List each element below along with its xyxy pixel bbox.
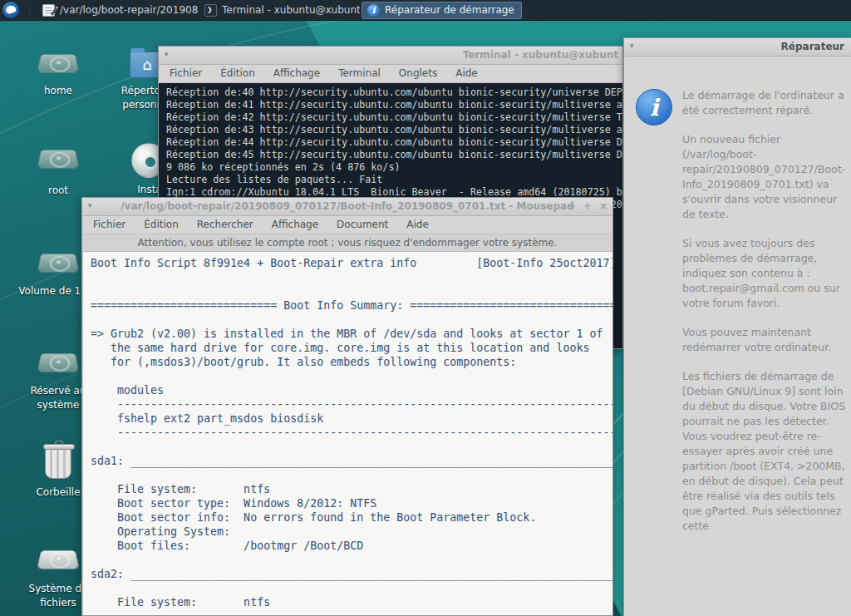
taskbar-button-mousepad[interactable]: /var/log/boot-repair/201908... <box>37 2 198 19</box>
mousepad-titlebar[interactable]: ▾ /var/log/boot-repair/20190809_070127/B… <box>82 198 612 216</box>
top-panel: ⋮ /var/log/boot-repair/201908... Termina… <box>0 0 851 21</box>
boot-repair-message: Le démarrage de l'ordinateur a été corre… <box>682 88 849 548</box>
window-menu-icon[interactable]: ▾ <box>630 42 634 50</box>
terminal-menubar: FichierÉditionAffichageTerminalOngletsAi… <box>159 65 622 83</box>
desktop-icon-home[interactable] <box>39 50 77 75</box>
info-icon <box>367 4 380 17</box>
taskbar-button-terminal[interactable]: Terminal - xubuntu@xubuntu... <box>199 2 360 19</box>
drive-icon <box>37 353 80 372</box>
mousepad-menu-item[interactable]: Rechercher <box>188 216 263 234</box>
taskbar-button-label: Réparateur de démarrage <box>385 4 514 16</box>
root-warning-banner: Attention, vous utilisez le compte root … <box>82 234 612 252</box>
terminal-menu-item[interactable]: Onglets <box>390 65 446 82</box>
desktop-icon-filesystem[interactable] <box>39 546 77 571</box>
message-paragraph: Si vous avez toujours des problèmes de d… <box>682 236 849 311</box>
mousepad-menu-item[interactable]: Aide <box>397 216 438 234</box>
message-paragraph: Le démarrage de l'ordinateur a été corre… <box>682 88 849 118</box>
boot-repair-titlebar[interactable]: ▾ Réparateur <box>624 38 851 57</box>
trash-icon <box>45 447 71 479</box>
panel-grip-icon: ⋮ <box>26 6 34 14</box>
taskbar-button-label: /var/log/boot-repair/201908... <box>60 4 198 16</box>
message-paragraph: Les fichiers de démarrage de [Debian GNU… <box>682 369 849 534</box>
desktop-icon-root-label[interactable]: root <box>12 184 104 198</box>
taskbar-button-boot-repair[interactable]: Réparateur de démarrage <box>362 2 522 19</box>
desktop-icon-volume[interactable] <box>39 249 77 274</box>
desktop-icon-trash[interactable] <box>45 443 71 479</box>
terminal-menu-item[interactable]: Fichier <box>160 65 211 82</box>
drive-icon <box>37 550 80 569</box>
desktop-screen: home Répertoire personnel root Insta Vol… <box>0 0 851 616</box>
drive-icon <box>37 54 80 73</box>
close-icon[interactable]: × <box>599 200 608 212</box>
mousepad-menu-item[interactable]: Édition <box>135 216 188 234</box>
mousepad-menubar: FichierÉditionRechercherAffichageDocumen… <box>82 216 612 234</box>
message-paragraph: Un nouveau fichier (/var/log/boot-repair… <box>682 132 849 222</box>
applications-menu-icon[interactable] <box>2 2 19 18</box>
mousepad-menu-item[interactable]: Affichage <box>263 216 327 234</box>
terminal-titlebar[interactable]: ▾ Terminal - xubuntu@xubunt <box>159 47 622 65</box>
boot-repair-window: ▾ Réparateur Le démarrage de l'ordinateu… <box>623 37 851 616</box>
terminal-menu-item[interactable]: Affichage <box>264 65 329 82</box>
terminal-menu-item[interactable]: Terminal <box>329 65 390 82</box>
boot-repair-body: Le démarrage de l'ordinateur a été corre… <box>624 57 851 616</box>
desktop-icon-home-label[interactable]: home <box>12 84 104 98</box>
terminal-menu-item[interactable]: Édition <box>211 65 264 82</box>
text-editor-icon <box>42 4 55 17</box>
mousepad-menu-item[interactable]: Document <box>327 216 397 234</box>
desktop-icon-reserved[interactable] <box>39 349 77 374</box>
taskbar-button-label: Terminal - xubuntu@xubuntu... <box>222 4 360 16</box>
mousepad-text-area[interactable]: Boot Info Script 8f991e4 + Boot-Repair e… <box>82 252 612 615</box>
desktop-icon-root[interactable] <box>39 145 77 170</box>
minimize-icon[interactable]: − <box>568 200 576 212</box>
mousepad-menu-item[interactable]: Fichier <box>84 216 135 234</box>
mousepad-title: /var/log/boot-repair/20190809_070127/Boo… <box>82 200 612 212</box>
drive-icon <box>37 254 80 273</box>
drive-icon <box>37 150 80 169</box>
boot-repair-title: Réparateur <box>781 41 844 52</box>
mousepad-window: ▾ /var/log/boot-repair/20190809_070127/B… <box>81 197 613 616</box>
info-icon <box>636 89 672 126</box>
boot-info-text: Boot Info Script 8f991e4 + Boot-Repair e… <box>83 252 612 609</box>
terminal-menu-item[interactable]: Aide <box>446 65 487 82</box>
message-paragraph: Vous pouvez maintenant redémarrer votre … <box>682 325 849 355</box>
terminal-title: Terminal - xubuntu@xubunt <box>463 49 618 61</box>
terminal-icon <box>204 4 217 17</box>
maximize-icon[interactable]: + <box>583 200 592 212</box>
window-menu-icon[interactable]: ▾ <box>165 50 169 58</box>
